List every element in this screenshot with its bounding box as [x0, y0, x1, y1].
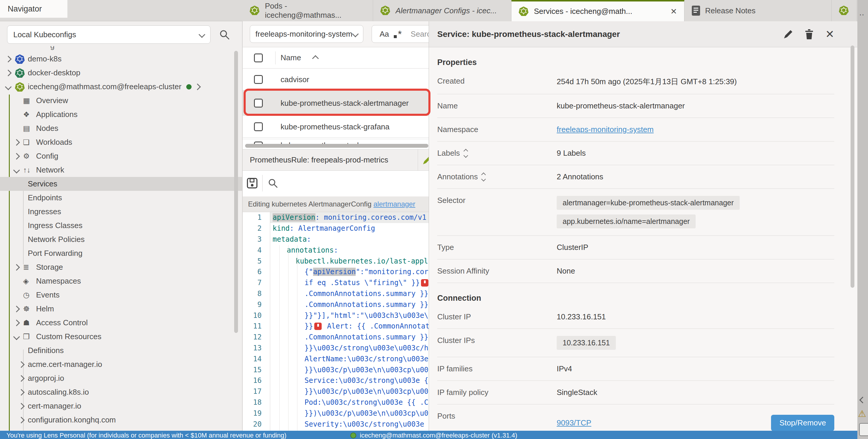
tab-services-active[interactable]: Services - icecheng@math... ✕	[512, 0, 684, 21]
chevron-right-icon[interactable]	[6, 71, 15, 75]
sidebar-item-events[interactable]: ◷Events	[0, 288, 242, 302]
sidebar-item-argoproj-io[interactable]: argoproj.io	[0, 371, 242, 385]
find-in-editor-icon[interactable]	[268, 178, 278, 189]
sidebar-item-config[interactable]: ⚙Config	[0, 149, 242, 163]
sidebar-item-workloads[interactable]: ❏Workloads	[0, 135, 242, 149]
kubernetes-icon	[250, 5, 260, 16]
chevron-right-icon[interactable]	[19, 376, 28, 381]
sidebar-item-ingresses[interactable]: Ingresses	[0, 205, 242, 218]
chevron-right-icon[interactable]	[14, 140, 23, 145]
sidebar-item-namespaces[interactable]: ◈Namespaces	[0, 274, 242, 288]
sidebar-item-cert-manager-io[interactable]: cert-manager.io	[0, 399, 242, 413]
code-token: }})\u003c/p\u003e\n\u003cp\u00	[305, 409, 433, 417]
sort-ascending-icon[interactable]	[312, 55, 319, 62]
search-icon[interactable]	[219, 29, 230, 40]
tab-overflow-partial[interactable]	[832, 0, 857, 21]
tab-close-icon[interactable]: ✕	[665, 7, 677, 16]
sidebar-item-docker-desktop[interactable]: docker-desktop	[0, 66, 242, 80]
property-row-session-affinity: Session AffinityNone	[437, 259, 834, 283]
expander-icon[interactable]	[482, 173, 485, 181]
sidebar-item-autoscaling-k8s-io[interactable]: autoscaling.k8s.io	[0, 385, 242, 399]
property-row-cluster-ips: Cluster IPs10.233.16.151	[437, 329, 834, 357]
chevron-right-icon[interactable]	[19, 390, 28, 395]
tab-alertmanager-configs[interactable]: Alertmanager Configs - icec...	[373, 0, 512, 21]
sidebar-item-nodes[interactable]: ▤Nodes	[0, 122, 242, 135]
sidebar-item-demo-k8s[interactable]: demo-k8s	[0, 52, 242, 66]
port-link[interactable]: 9093/TCP	[557, 418, 591, 428]
sidebar-item-storage[interactable]: ≣Storage	[0, 260, 242, 274]
drawer-scrollbar[interactable]	[850, 45, 855, 288]
regex-toggle[interactable]: *	[398, 28, 402, 40]
expander-icon[interactable]	[464, 149, 467, 157]
sidebar-item-icecheng-mathmast-com-freeleaps-cluster[interactable]: icecheng@mathmast.com@freeleaps-cluster	[0, 80, 242, 94]
background-window-edge: ‥ ⚠	[857, 0, 868, 439]
close-icon[interactable]: ✕	[826, 29, 834, 40]
sidebar-item-applications[interactable]: ❖Applications	[0, 107, 242, 122]
code-token: AlertmanagerConfig	[298, 224, 375, 233]
helm-icon: ☸	[23, 305, 36, 313]
namespace-link[interactable]: freeleaps-monitoring-system	[557, 125, 654, 134]
value-badges: 10.233.16.151	[557, 336, 616, 350]
sidebar-item-overview[interactable]: ▦Overview	[0, 94, 242, 107]
chevron-down-icon[interactable]	[14, 334, 23, 339]
sidebar-item-label: Overview	[36, 96, 68, 105]
tab-release-notes[interactable]: Release Notes	[684, 0, 832, 21]
horizontal-scrollbar[interactable]	[245, 144, 428, 148]
chevron-right-icon[interactable]	[14, 265, 23, 270]
sidebar-item-endpoints[interactable]: Endpoints	[0, 191, 242, 205]
chevron-right-icon[interactable]	[194, 83, 201, 90]
line-number: 20	[243, 420, 270, 428]
column-header-name[interactable]: Name	[281, 53, 301, 62]
chevron-right-icon[interactable]	[14, 320, 23, 325]
property-label: Cluster IP	[437, 312, 557, 322]
sidebar-item-label: argoproj.io	[28, 374, 64, 383]
sidebar-item-custom-resources[interactable]: ❒Custom Resources	[0, 330, 242, 344]
property-row-cluster-ip: Cluster IP10.233.16.151	[437, 305, 834, 329]
sidebar-item-configuration-konghq-com[interactable]: configuration.konghq.com	[0, 413, 242, 427]
sidebar-item-ingress-classes[interactable]: Ingress Classes	[0, 218, 242, 233]
chevron-left-icon	[860, 397, 866, 404]
sidebar-scrollbar[interactable]	[234, 51, 238, 333]
chevron-right-icon[interactable]	[6, 57, 15, 62]
namespace-select[interactable]: freeleaps-monitoring-system	[250, 25, 363, 43]
property-row-selector: Selectoralertmanager=kube-prometheus-sta…	[437, 189, 834, 236]
property-value: 9 Labels	[557, 148, 586, 158]
match-case-toggle[interactable]: Aa	[380, 30, 389, 39]
save-icon[interactable]	[246, 177, 258, 189]
chevron-right-icon[interactable]	[14, 154, 23, 159]
code-token: }}\u003c/p\u003e\n\u003cp\u003	[305, 366, 433, 374]
chevron-right-icon[interactable]	[19, 362, 28, 367]
property-label-text: Session Affinity	[437, 267, 489, 276]
chevron-right-icon[interactable]	[14, 307, 23, 311]
sidebar-item-port-forwarding[interactable]: Port Forwarding	[0, 246, 242, 260]
select-all-checkbox[interactable]	[254, 54, 263, 62]
tab-pods[interactable]: Pods - icecheng@mathmas...	[242, 0, 373, 21]
code-token: Pod:\u003c/strong\u003e {{ .Co	[305, 398, 433, 406]
access-control-icon: ☗	[23, 318, 36, 327]
sidebar-item-definitions[interactable]: Definitions	[0, 344, 242, 358]
chevron-right-icon[interactable]	[19, 404, 28, 409]
line-number: 7	[243, 279, 270, 287]
chevron-right-icon[interactable]	[19, 418, 28, 423]
tab-label: Release Notes	[705, 6, 756, 15]
edit-pencil-icon[interactable]	[783, 30, 793, 39]
stop-remove-button[interactable]: Stop/Remove	[771, 415, 834, 431]
sidebar-item-access-control[interactable]: ☗Access Control	[0, 316, 242, 330]
chevron-down-icon[interactable]	[14, 168, 23, 172]
sidebar-item-helm[interactable]: ☸Helm	[0, 302, 242, 316]
scrolled-item-fragment: g	[50, 46, 54, 51]
kubeconfig-select[interactable]: Local Kubeconfigs	[7, 25, 211, 44]
row-checkbox[interactable]	[254, 122, 263, 131]
property-value: None	[557, 267, 575, 276]
sidebar-item-network-policies[interactable]: Network Policies	[0, 233, 242, 246]
delete-trash-icon[interactable]	[805, 29, 814, 39]
row-checkbox[interactable]	[254, 75, 263, 84]
code-token: AlertName:\u003c/strong\u003e	[305, 355, 428, 363]
sidebar-item-acme-cert-manager-io[interactable]: acme.cert-manager.io	[0, 358, 242, 371]
column-divider	[275, 52, 276, 64]
sidebar-item-services[interactable]: Services	[0, 177, 242, 191]
sidebar-item-network[interactable]: ↑↓Network	[0, 163, 242, 177]
chevron-down-icon[interactable]	[6, 85, 15, 89]
badge: alertmanager=kube-prometheus-stack-alert…	[557, 196, 740, 210]
breadcrumb-resource-link[interactable]: alertmanager	[373, 200, 415, 208]
